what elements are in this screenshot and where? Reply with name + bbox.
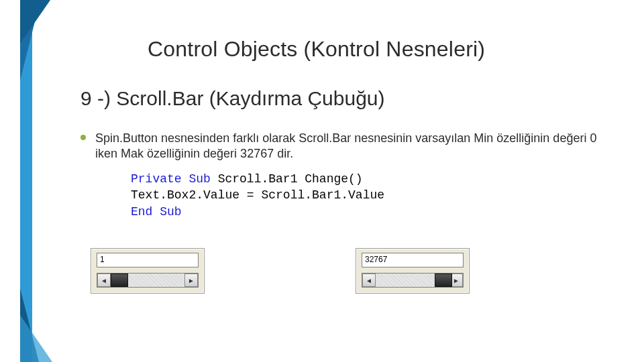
scrollbar-demo-max: 32767 ◄ ► — [356, 248, 470, 294]
textbox-value[interactable]: 32767 — [362, 253, 464, 267]
bullet-dot-icon — [80, 135, 86, 140]
slide: Control Objects (Kontrol Nesneleri) 9 -)… — [0, 0, 644, 362]
scroll-track[interactable] — [111, 274, 184, 287]
arrow-right-icon: ► — [453, 277, 460, 284]
scroll-right-button[interactable]: ► — [184, 274, 198, 287]
bullet-text: Spin.Button nesnesinden farklı olarak Sc… — [95, 131, 597, 162]
slide-subtitle: 9 -) Scroll.Bar (Kaydırma Çubuğu) — [80, 87, 385, 110]
code-line: End Sub — [131, 204, 384, 220]
textbox-value[interactable]: 1 — [97, 253, 199, 267]
code-line: Private Sub Scroll.Bar1 Change() — [131, 171, 384, 187]
code-keyword: Private Sub — [131, 172, 211, 186]
scroll-left-button[interactable]: ◄ — [97, 274, 111, 287]
scrollbar-demo-min: 1 ◄ ► — [91, 248, 205, 294]
scroll-left-button[interactable]: ◄ — [362, 274, 376, 287]
horizontal-scrollbar[interactable]: ◄ ► — [97, 273, 199, 288]
bullet-item: Spin.Button nesnesinden farklı olarak Sc… — [80, 131, 597, 162]
arrow-left-icon: ◄ — [101, 277, 107, 284]
code-text: Scroll.Bar1 Change() — [211, 172, 363, 186]
scroll-track[interactable] — [376, 274, 449, 287]
arrow-left-icon: ◄ — [366, 277, 372, 284]
slide-title: Control Objects (Kontrol Nesneleri) — [148, 37, 485, 62]
accent-triangle — [20, 0, 50, 44]
code-block: Private Sub Scroll.Bar1 Change() Text.Bo… — [131, 171, 384, 220]
scroll-thumb[interactable] — [435, 274, 452, 287]
arrow-right-icon: ► — [188, 277, 195, 284]
accent-triangle — [20, 315, 52, 362]
scroll-thumb[interactable] — [111, 274, 128, 287]
horizontal-scrollbar[interactable]: ◄ ► — [362, 273, 464, 288]
code-line: Text.Box2.Value = Scroll.Bar1.Value — [131, 187, 384, 203]
